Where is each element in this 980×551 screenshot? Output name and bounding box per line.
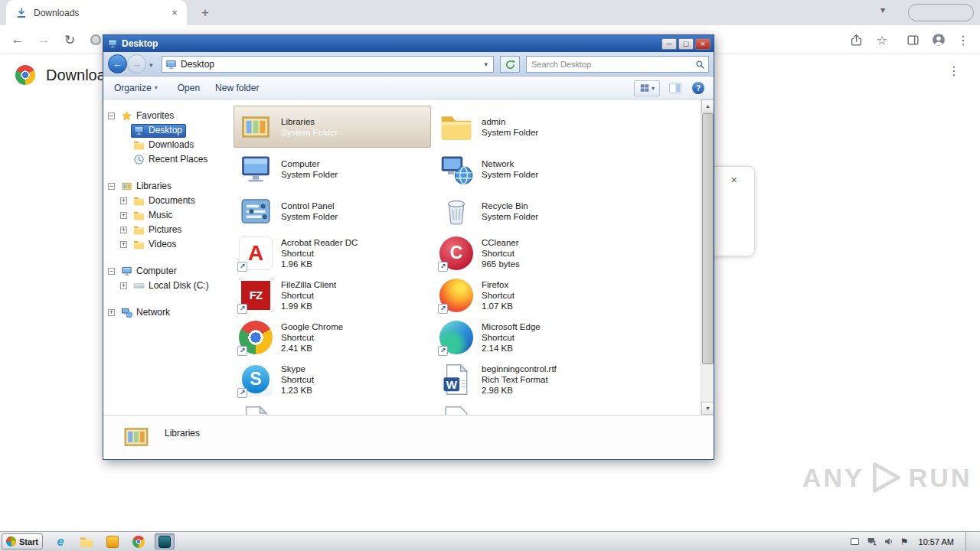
minus-expander-icon[interactable] <box>108 268 115 275</box>
plus-expander-icon[interactable] <box>120 212 127 219</box>
file-tile-google-chrome[interactable]: Google ChromeShortcut2.41 KB <box>234 316 431 358</box>
browser-forward-button[interactable]: → <box>32 25 55 54</box>
file-tile-libraries[interactable]: LibrariesSystem Folder <box>234 106 431 148</box>
network-icon[interactable] <box>867 536 877 546</box>
plus-expander-icon[interactable] <box>108 309 115 316</box>
maximize-button[interactable] <box>678 38 694 50</box>
taskbar-ie-button[interactable]: e <box>51 533 70 549</box>
tree-item-desktop[interactable]: Desktop <box>103 123 230 138</box>
scrollbar-thumb[interactable] <box>702 113 714 364</box>
file-tile-computer[interactable]: ComputerSystem Folder <box>234 148 431 190</box>
taskbar-active-window-button[interactable] <box>155 533 175 549</box>
search-input[interactable] <box>527 60 691 69</box>
file-tile-districtna-png[interactable]: districtna.png <box>434 400 632 415</box>
tree-item-music[interactable]: Music <box>103 208 230 223</box>
status-selected-item: Libraries <box>165 428 200 439</box>
back-button[interactable]: ← <box>108 54 127 73</box>
tree-item-libraries[interactable]: Libraries <box>103 179 230 194</box>
tree-item-local-disk-c[interactable]: Local Disk (C:) <box>103 279 230 293</box>
downloads-favicon <box>15 7 28 19</box>
start-button[interactable]: Start <box>2 533 43 549</box>
bookmark-star-icon[interactable]: ☆ <box>873 31 891 49</box>
file-tile-ccleaner[interactable]: CCCleanerShortcut965 bytes <box>434 232 632 274</box>
desktop-window-icon <box>107 38 118 49</box>
close-icon[interactable]: × <box>730 173 737 186</box>
file-tile-filezilla-client[interactable]: FZFileZilla ClientShortcut1.99 KB <box>234 274 431 316</box>
action-center-flag-icon[interactable]: ⚑ <box>900 536 909 547</box>
file-type: System Folder <box>482 169 538 180</box>
taskbar-app-button[interactable] <box>103 533 122 549</box>
tab-close-icon[interactable]: × <box>168 7 181 19</box>
minus-expander-icon[interactable] <box>108 183 115 190</box>
preview-pane-icon[interactable] <box>668 81 683 95</box>
file-tile-skype[interactable]: SSkypeShortcut1.23 KB <box>234 358 431 400</box>
views-grid-icon <box>639 83 650 93</box>
browser-back-button[interactable]: ← <box>6 25 29 54</box>
history-dropdown-icon[interactable]: ▾ <box>149 61 153 69</box>
plus-expander-icon[interactable] <box>120 241 127 248</box>
plus-expander-icon[interactable] <box>120 197 127 204</box>
file-tile-network[interactable]: NetworkSystem Folder <box>434 148 632 190</box>
file-tile-control-panel[interactable]: Control PanelSystem Folder <box>234 190 431 232</box>
search-icon[interactable] <box>691 57 708 72</box>
window-titlebar[interactable]: Desktop <box>103 35 714 52</box>
browser-tab-downloads[interactable]: Downloads × <box>6 0 187 25</box>
minus-expander-icon[interactable] <box>108 112 115 119</box>
show-desktop-button[interactable] <box>965 532 972 551</box>
taskbar-explorer-button[interactable] <box>77 533 96 549</box>
scroll-up-icon[interactable] <box>701 99 714 112</box>
page-menu-icon[interactable]: ⋮ <box>948 64 960 78</box>
file-type: Shortcut <box>482 332 541 343</box>
address-dropdown-icon[interactable]: ▾ <box>482 60 490 68</box>
volume-icon[interactable] <box>884 536 893 546</box>
avatar[interactable] <box>929 31 948 49</box>
file-tile-acrobat-reader-dc[interactable]: AAcrobat Reader DCShortcut1.96 KB <box>234 232 431 274</box>
tree-item-videos[interactable]: Videos <box>103 237 230 252</box>
tree-item-downloads[interactable]: Downloads <box>103 138 230 152</box>
extension-icon[interactable] <box>90 34 101 45</box>
explorer-main: FavoritesDesktopDownloadsRecent PlacesLi… <box>103 99 714 415</box>
file-tile-admin[interactable]: adminSystem Folder <box>434 106 632 148</box>
tree-item-documents[interactable]: Documents <box>103 194 230 208</box>
file-name: Computer <box>281 158 338 169</box>
file-type: Shortcut <box>482 290 514 301</box>
share-icon[interactable] <box>847 31 865 49</box>
chevron-down-icon[interactable]: ▾ <box>880 5 885 15</box>
refresh-button[interactable] <box>500 56 520 73</box>
minimize-button[interactable] <box>662 38 677 50</box>
file-type: System Folder <box>281 127 338 138</box>
libraries-icon <box>121 181 132 192</box>
forward-button[interactable]: → <box>127 54 146 73</box>
plus-expander-icon[interactable] <box>120 227 127 233</box>
libraries-icon <box>239 110 273 144</box>
open-button[interactable]: Open <box>178 83 200 93</box>
tray-window-icon[interactable] <box>850 536 860 546</box>
new-folder-button[interactable]: New folder <box>215 83 259 93</box>
tree-item-label: Documents <box>149 195 195 206</box>
help-icon[interactable]: ? <box>692 82 704 94</box>
organize-button[interactable]: Organize▾ <box>114 83 158 93</box>
side-panel-icon[interactable] <box>903 31 922 49</box>
file-tile-firefox[interactable]: FirefoxShortcut1.07 KB <box>434 274 632 316</box>
scroll-down-icon[interactable] <box>701 402 714 415</box>
file-tile-beginningcontrol-rtf[interactable]: Wbeginningcontrol.rtfRich Text Format2.9… <box>434 358 632 400</box>
tree-item-computer[interactable]: Computer <box>103 264 230 279</box>
close-button[interactable] <box>695 38 710 50</box>
vertical-scrollbar[interactable] <box>701 99 714 415</box>
change-view-button[interactable]: ▾ <box>634 80 660 96</box>
tree-item-network[interactable]: Network <box>103 305 230 320</box>
browser-menu-icon[interactable]: ⋮ <box>954 31 972 49</box>
file-tile-componentsmap-rtf[interactable]: Wcomponentsmap.rtf <box>234 400 431 415</box>
taskbar-chrome-button[interactable] <box>129 533 149 549</box>
file-icon-wrap <box>239 152 273 186</box>
clock[interactable]: 10:57 AM <box>919 537 954 546</box>
file-tile-microsoft-edge[interactable]: Microsoft EdgeShortcut2.14 KB <box>434 316 632 358</box>
file-tile-recycle-bin[interactable]: Recycle BinSystem Folder <box>434 190 632 232</box>
tree-item-recent-places[interactable]: Recent Places <box>103 152 230 167</box>
address-bar[interactable]: Desktop ▾ <box>162 56 494 73</box>
plus-expander-icon[interactable] <box>120 282 127 289</box>
tree-item-favorites[interactable]: Favorites <box>103 109 230 123</box>
tree-item-pictures[interactable]: Pictures <box>103 223 230 237</box>
browser-reload-button[interactable]: ↻ <box>58 25 81 54</box>
new-tab-button[interactable]: + <box>196 4 214 22</box>
